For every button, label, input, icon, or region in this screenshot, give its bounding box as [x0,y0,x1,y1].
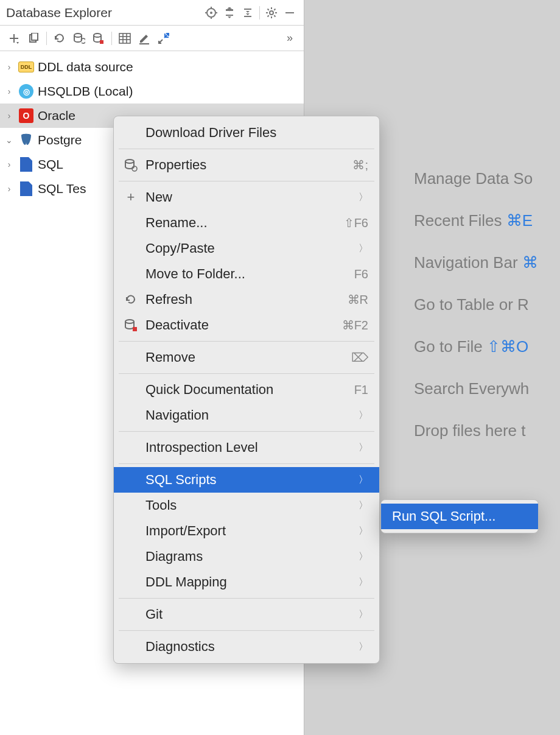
menu-ddl-mapping[interactable]: DDL Mapping 〉 [114,569,379,595]
chevron-down-icon[interactable]: ⌄ [4,135,15,146]
copy-icon[interactable] [24,29,43,47]
svg-rect-23 [32,33,38,40]
tree-item-label: Postgre [38,133,82,147]
chevron-right-icon: 〉 [359,608,368,621]
menu-separator [119,463,374,464]
menu-copy-paste[interactable]: Copy/Paste 〉 [114,236,379,261]
hint-row: Go to Table or R [414,295,538,314]
collapse-all-icon[interactable] [239,4,257,22]
menu-diagrams[interactable]: Diagrams 〉 [114,544,379,569]
chevron-right-icon[interactable]: › [4,159,15,170]
tree-item-label: DDL data source [38,60,133,74]
menu-remove[interactable]: Remove ⌦ [114,345,379,370]
menu-navigation[interactable]: Navigation 〉 [114,403,379,428]
sql-scripts-submenu: Run SQL Script... [380,499,539,533]
svg-rect-9 [244,16,251,17]
menu-separator [119,431,374,432]
svg-line-16 [274,15,275,16]
gear-icon[interactable] [262,4,281,22]
table-icon[interactable] [116,29,134,47]
svg-point-25 [94,33,101,37]
svg-line-17 [268,15,269,16]
welcome-hints: Manage Data So Recent Files ⌘E Navigatio… [414,169,538,440]
chevron-right-icon: 〉 [359,474,368,487]
chevron-right-icon: 〉 [359,409,368,422]
chevron-right-icon: 〉 [359,576,368,589]
separator [259,6,260,19]
chevron-right-icon[interactable]: › [4,110,15,121]
chevron-right-icon[interactable]: › [4,183,15,194]
jump-to-console-icon[interactable] [155,29,173,47]
hint-row: Search Everywh [414,379,538,398]
hint-row: Navigation Bar ⌘ [414,253,538,272]
menu-download-driver[interactable]: Download Driver Files [114,120,379,146]
edit-icon[interactable] [135,29,153,47]
menu-separator [119,598,374,599]
chevron-right-icon: 〉 [359,550,368,563]
hsqldb-icon: ◎ [18,83,34,99]
menu-quick-doc[interactable]: Quick Documentation F1 [114,377,379,403]
menu-rename[interactable]: Rename... ⇧F6 [114,210,379,236]
tree-item-label: HSQLDB (Local) [38,84,133,99]
menu-import-export[interactable]: Import/Export 〉 [114,518,379,544]
menu-tools[interactable]: Tools 〉 [114,493,379,518]
separator [111,32,112,45]
panel-title: Database Explorer [5,5,112,20]
chevron-right-icon[interactable]: › [4,86,15,97]
hint-row: Manage Data So [414,169,538,188]
tree-item-label: SQL Tes [38,181,86,196]
svg-line-18 [274,9,275,10]
tree-item-label: SQL [38,157,63,172]
chevron-right-icon: 〉 [359,441,368,454]
tree-item-hsqldb[interactable]: › ◎ HSQLDB (Local) [0,79,304,104]
svg-rect-7 [226,15,233,16]
postgres-icon [18,132,34,148]
sql-file-icon [18,181,34,197]
hint-row: Recent Files ⌘E [414,211,538,230]
chevron-right-icon: 〉 [359,641,368,653]
menu-git[interactable]: Git 〉 [114,602,379,627]
db-stop-icon[interactable] [89,29,108,47]
chevron-right-icon: 〉 [359,499,368,512]
svg-rect-36 [133,327,137,331]
menu-sql-scripts[interactable]: SQL Scripts 〉 [114,467,379,493]
chevron-right-icon[interactable]: › [4,62,15,72]
svg-line-15 [268,9,269,10]
ddl-icon: DDL [18,59,34,75]
hint-row: Drop files here t [414,421,538,440]
svg-point-1 [210,12,212,14]
db-refresh-icon[interactable] [70,29,88,47]
refresh-icon[interactable] [51,29,69,47]
add-icon[interactable] [5,29,23,47]
menu-separator [119,181,374,181]
menu-diagnostics[interactable]: Diagnostics 〉 [114,634,379,659]
oracle-icon: O [18,108,34,124]
chevron-right-icon: 〉 [359,191,368,204]
toolbar: » [0,26,304,51]
submenu-run-sql-script[interactable]: Run SQL Script... [381,504,538,529]
menu-move-to-folder[interactable]: Move to Folder... F6 [114,261,379,287]
svg-rect-8 [244,9,251,10]
target-icon[interactable] [202,4,220,22]
menu-deactivate[interactable]: Deactivate ⌘F2 [114,312,379,338]
separator [46,32,47,45]
menu-introspection-level[interactable]: Introspection Level 〉 [114,435,379,460]
chevron-right-icon: 〉 [359,525,368,538]
tree-item-ddl[interactable]: › DDL DDL data source [0,55,304,79]
expand-all-icon[interactable] [220,4,239,22]
menu-separator [119,341,374,342]
svg-point-10 [270,11,273,15]
svg-rect-27 [119,33,130,43]
menu-properties[interactable]: Properties ⌘; [114,152,379,178]
menu-refresh[interactable]: Refresh ⌘R [114,287,379,312]
tree-item-label: Oracle [38,108,75,123]
hint-row: Go to File ⇧⌘O [414,337,538,356]
minimize-icon[interactable] [281,4,299,22]
chevron-right-icon: 〉 [359,242,368,255]
refresh-icon [122,294,139,306]
plus-icon: + [122,189,139,205]
more-icon[interactable]: » [281,29,299,47]
menu-separator [119,373,374,374]
svg-rect-26 [100,40,103,44]
menu-new[interactable]: + New 〉 [114,185,379,210]
